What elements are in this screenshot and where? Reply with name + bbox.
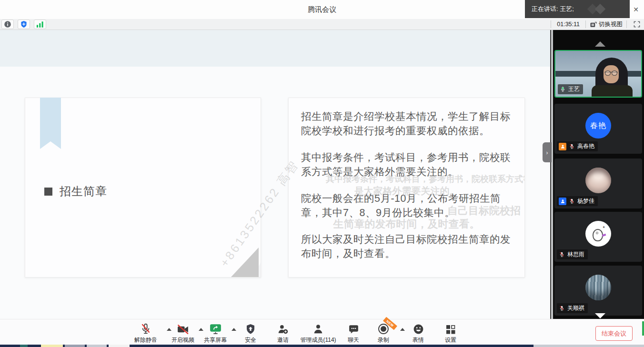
- shield-plus-icon: [20, 20, 27, 28]
- taskbar-segment: [20, 345, 28, 347]
- taskbar-segment: [41, 345, 63, 347]
- participant-name: 杨梦佳: [577, 197, 594, 205]
- os-taskbar-sliver: [0, 345, 644, 347]
- network-quality-button[interactable]: [34, 20, 46, 29]
- participant-tile-wangyi[interactable]: 王艺: [554, 50, 642, 98]
- avatar: [585, 275, 611, 300]
- slide-title: 招生简章: [60, 184, 107, 199]
- invite-person-icon: [277, 323, 289, 335]
- close-icon[interactable]: ✕: [631, 4, 641, 15]
- taskbar-segment: [87, 345, 107, 347]
- avatar: ✦: [585, 221, 611, 247]
- mic-muted-icon: [140, 323, 152, 335]
- invite-label: 邀请: [277, 336, 289, 344]
- status-bar: 01:35:11 切换视图: [0, 19, 644, 30]
- unmute-label: 解除静音: [134, 336, 157, 344]
- meeting-window: 腾讯会议 ✕ 正在讲话: 王艺;: [0, 0, 644, 347]
- scroll-down-arrow[interactable]: [595, 313, 605, 318]
- mic-on-icon: [560, 86, 566, 92]
- mic-muted-icon: [569, 143, 575, 149]
- mic-muted-icon: [559, 305, 565, 311]
- fullscreen-button[interactable]: [631, 21, 643, 28]
- toast-logo-watermark-icon: [582, 1, 612, 17]
- avatar: 春艳: [585, 113, 611, 139]
- smiley-icon: [413, 323, 424, 335]
- fullscreen-icon: [634, 21, 640, 28]
- switch-view-label: 切换视图: [599, 20, 623, 29]
- participant-sidebar: 王艺 春艳 高春艳: [550, 30, 644, 319]
- square-bullet-icon: [44, 188, 52, 196]
- meeting-toolbar: 解除静音 开启视频: [0, 319, 644, 345]
- emoji-label: 表情: [413, 336, 424, 344]
- sidebar-scrollbar[interactable]: [551, 30, 553, 319]
- share-screen-icon: [209, 323, 222, 335]
- slide-paragraph: 所以大家及时关注自己目标院校招生简章的发布时间，及时查看。: [301, 232, 512, 261]
- meeting-timer: 01:35:11: [555, 21, 582, 28]
- mic-muted-icon: [569, 198, 575, 204]
- speaking-toast-text: 正在讲话: 王艺;: [532, 5, 574, 12]
- slide-paragraph: 院校一般会在的5月-10月，公布考研招生简章，其中7、8、9月份比较集中。: [301, 191, 512, 220]
- participant-tile-guanshunqi[interactable]: 关顺祺: [554, 266, 642, 316]
- security-status-button[interactable]: [18, 20, 30, 29]
- participant-name: 王艺: [568, 85, 580, 93]
- settings-button[interactable]: 设置: [424, 323, 477, 344]
- security-shield-icon: [245, 323, 256, 335]
- info-icon: [4, 20, 11, 28]
- sidebar-collapse-tab[interactable]: ›: [543, 142, 552, 162]
- camera-muted-icon: [177, 324, 190, 335]
- speaking-toast: 正在讲话: 王艺;: [525, 0, 630, 18]
- mic-muted-icon: [559, 251, 565, 258]
- taskbar-segment: [533, 345, 644, 347]
- avatar: [585, 168, 611, 193]
- divider: [626, 20, 627, 28]
- participant-tile-yangmengjia[interactable]: 杨梦佳: [554, 159, 642, 208]
- divider: [551, 20, 551, 28]
- end-meeting-button[interactable]: 结束会议: [595, 326, 633, 341]
- meeting-info-button[interactable]: [1, 20, 14, 29]
- participant-name: 林思雨: [567, 250, 584, 258]
- participant-name: 关顺祺: [567, 304, 584, 312]
- slide-paragraph: 其中报考条件，考试科目，参考用书，院校联系方式等是大家格外需要关注的。: [301, 150, 512, 179]
- switch-view-icon: [590, 21, 597, 28]
- background-window-sliver: [642, 321, 644, 336]
- cohost-badge-icon: [559, 198, 566, 205]
- participant-name: 高春艳: [577, 142, 594, 150]
- divider: [585, 20, 586, 28]
- share-screen-label: 共享屏幕: [204, 336, 227, 344]
- signal-bars-icon: [36, 21, 44, 28]
- scroll-up-arrow[interactable]: [595, 41, 605, 47]
- title-bar: 腾讯会议 ✕ 正在讲话: 王艺;: [0, 0, 644, 19]
- slide-paragraph: 招生简章是介绍学校基本情况，学生了解目标院校学校和进行报考的重要权威的依据。: [301, 109, 512, 138]
- settings-label: 设置: [445, 336, 456, 344]
- slide-title-card: 招生简章: [25, 98, 261, 278]
- bookmark-ribbon-icon: [40, 98, 61, 141]
- participant-tile-linsiyu[interactable]: ✦ 林思雨: [554, 212, 642, 262]
- switch-view-button[interactable]: 切换视图: [590, 20, 623, 29]
- taskbar-segment: [109, 345, 130, 347]
- members-person-icon: [312, 323, 324, 335]
- settings-grid-icon: [445, 324, 456, 335]
- participant-tile-gaochunyan[interactable]: 春艳 高春艳: [554, 104, 642, 154]
- shared-screen-area: 招生简章 招生简章是介绍学校基本情况，学生了解目标院校学校和进行报考的重要权威的…: [0, 30, 550, 319]
- slide-body-card: 招生简章是介绍学校基本情况，学生了解目标院校学校和进行报考的重要权威的依据。 其…: [288, 98, 525, 278]
- slide-top-band: [0, 30, 550, 67]
- page-curl-icon: [231, 248, 259, 277]
- security-label: 安全: [245, 336, 256, 344]
- record-label: 录制: [378, 336, 389, 344]
- host-badge-icon: [559, 143, 566, 150]
- taskbar-segment: [65, 345, 85, 347]
